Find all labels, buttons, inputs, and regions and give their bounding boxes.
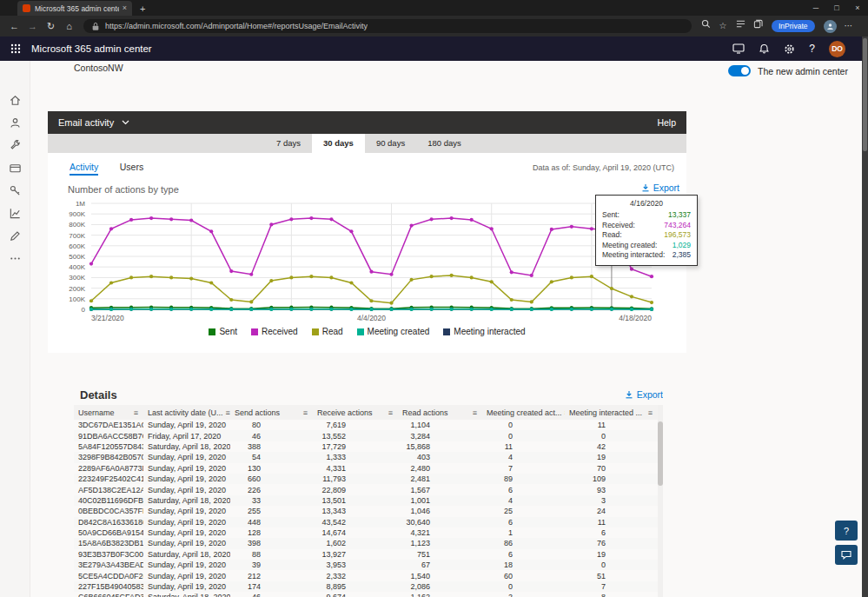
new-admin-center-toggle[interactable]: [728, 65, 751, 76]
chevron-down-icon[interactable]: [122, 120, 129, 125]
browser-scrollbar-thumb[interactable]: [863, 38, 867, 151]
sidebar-item-users[interactable]: [8, 116, 22, 129]
table-cell: Saturday, April 18, 2020: [143, 593, 230, 597]
settings-gear-icon[interactable]: [784, 43, 795, 55]
table-row[interactable]: AF5D138C2EA12A18AC5A...Sunday, April 19,…: [74, 484, 658, 494]
table-cell: Friday, April 17, 2020: [143, 432, 230, 441]
help-link[interactable]: Help: [657, 117, 676, 128]
window-minimize-button[interactable]: ─: [805, 0, 826, 16]
email-activity-panel: Email activity Help 7 days30 days90 days…: [48, 111, 686, 353]
url-field[interactable]: https://admin.microsoft.com/Adminportal/…: [83, 19, 692, 33]
column-header[interactable]: Meeting created act...≡: [482, 405, 565, 420]
table-row[interactable]: 50A9CD66BA915455C262...Sunday, April 19,…: [74, 527, 658, 538]
table-row[interactable]: 40C02B11696DFBA28DA8...Saturday, April 1…: [74, 495, 658, 506]
window-close-button[interactable]: ×: [847, 0, 868, 16]
table-row[interactable]: 91DBA6ACC58B7CDA6FD...Friday, April 17, …: [74, 430, 658, 441]
sidebar-item-customize[interactable]: [8, 229, 22, 242]
column-menu-icon[interactable]: ≡: [303, 408, 308, 417]
table-cell: 13,927: [313, 550, 398, 559]
table-cell: 1: [482, 528, 565, 537]
table-row[interactable]: 3298F9B842B0570B6AD59...Sunday, April 19…: [74, 452, 658, 462]
sidebar-item-billing[interactable]: [8, 162, 22, 175]
tooltip-row: Sent:13,337: [596, 210, 697, 221]
tooltip-row: Meeting interacted:2,385: [596, 250, 697, 261]
table-cell: 3DC67DAE1351ACF5E3B5...: [74, 421, 143, 429]
column-header[interactable]: Username≡: [74, 405, 143, 420]
browser-menu-icon[interactable]: ⋯: [840, 16, 858, 36]
range-tab-90-days[interactable]: 90 days: [365, 134, 416, 153]
column-header[interactable]: Read actions≡: [398, 405, 482, 420]
window-maximize-button[interactable]: □: [826, 0, 847, 16]
notifications-bell-icon[interactable]: [759, 43, 770, 55]
table-row[interactable]: 15A8A6B3823DB10B4BB7...Sunday, April 19,…: [74, 538, 658, 548]
chart-tooltip: 4/16/2020 Sent:13,337Received:743,264Rea…: [595, 195, 698, 266]
forward-button[interactable]: →: [23, 16, 42, 36]
column-header[interactable]: Send actions≡: [230, 405, 313, 420]
tab-activity[interactable]: Activity: [70, 162, 98, 176]
sidebar-item-more[interactable]: [8, 252, 22, 265]
table-row[interactable]: 3E279A3A43BEAD76C84C...Sunday, April 19,…: [74, 560, 658, 570]
table-row[interactable]: 5CE5A4CDDA0F20F2758D...Sunday, April 19,…: [74, 570, 658, 580]
table-row[interactable]: 3DC67DAE1351ACF5E3B5...Sunday, April 19,…: [74, 420, 658, 430]
report-title[interactable]: Email activity: [58, 117, 114, 128]
back-button[interactable]: ←: [5, 16, 23, 36]
activity-line-chart[interactable]: 0100K200K300K400K500K600K700K800K900K1M3…: [52, 196, 678, 328]
column-menu-icon[interactable]: ≡: [648, 408, 653, 417]
column-header[interactable]: Last activity date (U...≡: [143, 405, 230, 420]
add-favorite-icon[interactable]: ☆: [714, 16, 732, 36]
column-menu-icon[interactable]: ≡: [473, 408, 477, 417]
table-cell: 11,793: [313, 474, 398, 483]
browser-profile-avatar[interactable]: [824, 20, 837, 33]
admin-center-title[interactable]: Microsoft 365 admin center: [31, 43, 152, 54]
new-tab-button[interactable]: +: [140, 4, 145, 14]
display-icon[interactable]: [732, 43, 745, 54]
table-cell: 15,868: [398, 442, 482, 451]
table-row[interactable]: 0BEBDC0CA357FBDE0E57...Sunday, April 19,…: [74, 506, 658, 516]
browser-tab[interactable]: Microsoft 365 admin center - Em ×: [17, 1, 132, 16]
table-row[interactable]: 227F15B49040583114C9A...Sunday, April 19…: [74, 581, 658, 592]
favorites-icon[interactable]: [732, 16, 749, 36]
account-avatar[interactable]: DO: [829, 41, 845, 57]
table-cell: 3,284: [398, 432, 482, 441]
app-launcher-waffle-icon[interactable]: [10, 43, 21, 54]
table-scrollbar-thumb[interactable]: [658, 421, 663, 486]
column-header[interactable]: Meeting interacted ...≡: [565, 405, 658, 420]
table-cell: Sunday, April 19, 2020: [143, 474, 230, 483]
table-cell: 8,895: [313, 582, 398, 591]
table-cell: 60: [482, 572, 565, 580]
range-tab-30-days[interactable]: 30 days: [312, 134, 365, 153]
browser-scrollbar[interactable]: [862, 36, 868, 597]
export-chart-button[interactable]: Export: [641, 182, 679, 193]
help-fab-button[interactable]: ?: [835, 521, 858, 541]
table-row[interactable]: C6B666045CFAD3185C562...Saturday, April …: [74, 592, 658, 597]
help-icon[interactable]: ?: [809, 43, 815, 55]
export-details-button[interactable]: Export: [625, 389, 663, 400]
zoom-icon[interactable]: [697, 16, 714, 36]
home-button[interactable]: ⌂: [60, 16, 78, 36]
range-tab-180-days[interactable]: 180 days: [416, 134, 473, 153]
feedback-fab-button[interactable]: [835, 545, 858, 565]
table-cell: 660: [230, 474, 313, 483]
collections-icon[interactable]: [749, 16, 766, 36]
sidebar-item-support[interactable]: [8, 139, 22, 152]
table-scrollbar[interactable]: [658, 405, 663, 597]
table-cell: 2: [482, 593, 565, 597]
sidebar-item-home[interactable]: [8, 94, 22, 107]
column-menu-icon[interactable]: ≡: [134, 408, 138, 417]
legend-swatch: [357, 328, 364, 335]
refresh-button[interactable]: ↻: [42, 16, 60, 36]
table-row[interactable]: 2289AF6A0A8773DC20A5...Sunday, April 19,…: [74, 463, 658, 474]
table-row[interactable]: 223249F25402C41B52DE4...Sunday, April 19…: [74, 474, 658, 484]
tab-close-icon[interactable]: ×: [123, 4, 127, 12]
range-tab-7-days[interactable]: 7 days: [265, 134, 312, 153]
sidebar-item-reports[interactable]: [8, 207, 22, 220]
table-row[interactable]: 93E3B37B0F3C00D3F9441...Saturday, April …: [74, 549, 658, 560]
column-header[interactable]: Receive actions≡: [313, 405, 398, 420]
table-cell: 42: [565, 442, 658, 451]
table-row[interactable]: 5A84F120557D84351EBDF...Saturday, April …: [74, 441, 658, 452]
table-row[interactable]: D842C8A16336186E2941...Sunday, April 19,…: [74, 517, 658, 527]
sidebar-item-setup[interactable]: [8, 184, 22, 197]
column-menu-icon[interactable]: ≡: [388, 408, 393, 417]
table-cell: 6: [482, 518, 565, 527]
tab-users[interactable]: Users: [120, 162, 143, 172]
